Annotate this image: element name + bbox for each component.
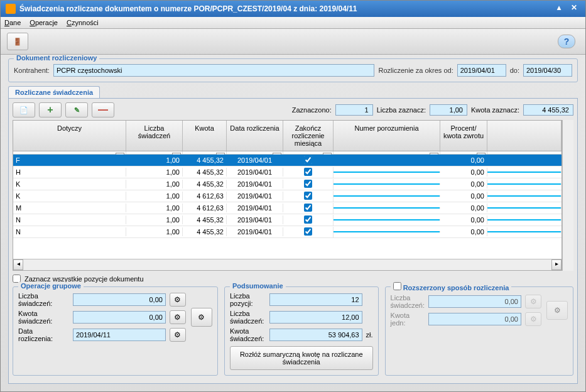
op-liczba-label: Liczba świadczeń: <box>18 292 69 307</box>
cell-liczba: 1,00 <box>126 215 183 224</box>
scroll-left-icon[interactable]: ◂ <box>13 259 23 270</box>
titlebar: Świadczenia rozliczane dokumentem o nume… <box>1 1 585 17</box>
menu-dane[interactable]: Dane <box>4 19 21 26</box>
cell-dotyczy: F <box>13 156 126 165</box>
cell-liczba: 1,00 <box>126 192 183 200</box>
rozszerzony-group: Rozszerzony sposób rozliczenia Liczba św… <box>385 286 573 376</box>
col-dotyczy[interactable]: Dotyczy <box>13 121 126 151</box>
cell-kwota: 4 612,63 <box>183 192 227 200</box>
op-data-apply[interactable]: ⚙ <box>170 328 186 342</box>
pods-legend: Podsumowanie <box>230 282 286 290</box>
zakoncz-checkbox[interactable] <box>304 168 312 176</box>
cell-rest <box>487 231 562 232</box>
pencil-icon: ✎ <box>74 106 80 114</box>
podsumowanie-group: Podsumowanie Liczba pozycji: Liczba świa… <box>224 286 379 376</box>
dokument-group: Dokument rozliczeniowy Kontrahent: Rozli… <box>8 58 578 82</box>
grid-hscroll[interactable]: ◂ ▸ <box>13 259 562 270</box>
document-icon: 📄 <box>19 106 28 114</box>
do-label: do: <box>510 67 519 74</box>
zakoncz-checkbox[interactable] <box>304 192 312 200</box>
op-data-input[interactable] <box>73 329 166 341</box>
table-row[interactable]: M1,004 612,632019/04/010,00 <box>13 202 562 214</box>
cell-numer <box>334 231 440 232</box>
table-row[interactable]: K1,004 612,632019/04/010,00 <box>13 190 562 202</box>
cell-data: 2019/04/01 <box>227 180 283 188</box>
cell-numer <box>334 183 440 185</box>
op-liczba-input[interactable] <box>73 293 166 306</box>
menu-operacje[interactable]: Operacje <box>30 19 58 26</box>
zakoncz-checkbox[interactable] <box>304 204 312 212</box>
grid-body[interactable]: F1,004 455,322019/04/010,00H1,004 455,32… <box>13 155 562 259</box>
rozsz-checkbox[interactable] <box>393 282 401 290</box>
new-button[interactable]: 📄 <box>13 102 35 117</box>
cell-dotyczy: H <box>13 168 126 177</box>
rozsz-legend: Rozszerzony sposób rozliczenia <box>391 282 512 291</box>
cell-liczba: 1,00 <box>126 204 183 212</box>
remove-button[interactable]: — <box>92 102 114 117</box>
kwota-zazn-value: 4 455,32 <box>523 104 573 116</box>
exit-button[interactable]: 🚪 <box>7 33 28 50</box>
cell-zakoncz <box>283 215 334 226</box>
op-apply-all[interactable]: ⚙ <box>191 308 212 327</box>
col-liczba[interactable]: Liczba świadczeń <box>126 121 183 151</box>
menubar: Dane Operacje Czynności <box>1 17 585 29</box>
apply-all-icon: ⚙ <box>198 313 205 322</box>
op-data-label: Data rozliczenia: <box>18 327 69 342</box>
col-procent[interactable]: Procent/ kwota zwrotu <box>440 121 487 151</box>
table-row[interactable]: N1,004 455,322019/04/010,00 <box>13 226 562 238</box>
table-row[interactable]: K1,004 455,322019/04/010,00 <box>13 178 562 190</box>
kontrahent-input[interactable] <box>53 64 375 77</box>
rozsz-apply-all: ⚙ <box>546 301 568 320</box>
menu-czynnosci[interactable]: Czynności <box>67 19 99 26</box>
pods-kwota-val <box>269 329 362 341</box>
op-kwota-label: Kwota świadczeń: <box>18 310 69 325</box>
pods-zl: zł. <box>366 331 373 339</box>
rozsz-liczba-input <box>428 295 521 308</box>
zakoncz-checkbox[interactable] <box>304 156 312 164</box>
tab-rozliczane[interactable]: Rozliczane świadczenia <box>8 86 100 98</box>
help-button[interactable]: ? <box>558 35 575 48</box>
rozloz-button[interactable]: Rozłóż sumaryczną kwotę na rozliczane św… <box>230 346 373 370</box>
cell-data: 2019/04/01 <box>227 227 283 236</box>
tab-strip: Rozliczane świadczenia <box>8 86 578 98</box>
minimize-button[interactable]: ▴ <box>553 3 565 14</box>
cell-numer <box>334 207 440 209</box>
table-row[interactable]: H1,004 455,322019/04/010,00 <box>13 166 562 178</box>
toolbar: 🚪 ? <box>1 29 585 55</box>
cell-dotyczy: M <box>13 204 126 212</box>
table-row[interactable]: N1,004 455,322019/04/010,00 <box>13 214 562 226</box>
zakoncz-checkbox[interactable] <box>304 227 312 236</box>
col-kwota[interactable]: Kwota <box>183 121 227 151</box>
col-data[interactable]: Data rozliczenia <box>227 121 283 151</box>
close-button[interactable]: ✕ <box>568 3 580 14</box>
pods-kwota-label: Kwota świadczeń: <box>230 327 266 342</box>
col-numer[interactable]: Numer porozumienia <box>334 121 440 151</box>
okres-do-input[interactable] <box>523 64 572 77</box>
op-kwota-input[interactable] <box>73 311 166 324</box>
okres-od-label: Rozliczenie za okres od: <box>378 67 453 74</box>
zakoncz-checkbox[interactable] <box>304 215 312 224</box>
cell-data: 2019/04/01 <box>227 215 283 224</box>
cell-rest <box>487 172 562 173</box>
op-kwota-apply[interactable]: ⚙ <box>170 310 186 324</box>
cell-zakoncz <box>283 227 334 237</box>
rozsz-kwota-label: Kwota jedn: <box>391 312 425 327</box>
cell-kwota: 4 455,32 <box>183 180 227 188</box>
add-button[interactable]: + <box>39 102 62 117</box>
cell-procent: 0,00 <box>440 215 487 224</box>
scroll-right-icon[interactable]: ▸ <box>551 259 562 270</box>
okres-od-input[interactable] <box>457 64 506 77</box>
table-row[interactable]: F1,004 455,322019/04/010,00 <box>13 155 562 166</box>
cell-zakoncz <box>283 167 334 178</box>
edit-button[interactable]: ✎ <box>65 102 88 117</box>
grid-vscroll[interactable] <box>562 120 573 271</box>
apply-icon: ⚙ <box>530 315 537 324</box>
cell-kwota: 4 455,32 <box>183 156 227 165</box>
zakoncz-checkbox[interactable] <box>304 180 312 188</box>
op-liczba-apply[interactable]: ⚙ <box>170 293 186 307</box>
cell-rest <box>487 195 562 197</box>
cell-data: 2019/04/01 <box>227 156 283 165</box>
liczba-zazn-value: 1,00 <box>430 104 467 116</box>
door-icon: 🚪 <box>13 38 22 46</box>
col-zakoncz[interactable]: Zakończ rozliczenie miesiąca <box>283 121 334 151</box>
